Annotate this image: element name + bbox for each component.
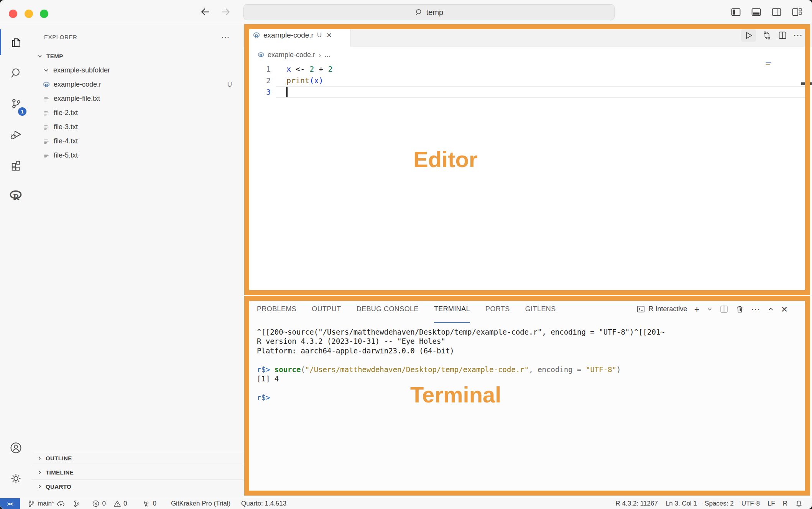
status-git-branch[interactable]: main* xyxy=(24,498,69,509)
code-editor[interactable]: 1x <- 2 + 22print(x)3 xyxy=(243,63,812,295)
activity-settings[interactable] xyxy=(0,463,31,494)
activity-explorer[interactable] xyxy=(0,27,31,57)
activity-source-control[interactable]: 1 xyxy=(0,88,31,119)
new-terminal-icon[interactable]: + xyxy=(694,307,700,311)
chevron-right-icon xyxy=(37,484,43,489)
tab-modified-badge: U xyxy=(317,31,322,39)
panel-tab-ports[interactable]: PORTS xyxy=(485,295,510,323)
forward-arrow-icon[interactable] xyxy=(220,6,232,18)
run-button[interactable] xyxy=(741,29,756,42)
close-icon[interactable]: × xyxy=(327,30,332,40)
status-ports[interactable]: 0 xyxy=(138,498,160,509)
status-errors[interactable]: 0 xyxy=(88,498,109,509)
txt-file-icon xyxy=(43,95,50,102)
split-terminal-icon[interactable] xyxy=(720,305,728,314)
file-file-3.txt[interactable]: file-3.txt xyxy=(31,120,243,134)
status-commit-graph[interactable] xyxy=(69,498,88,509)
activity-search[interactable] xyxy=(0,57,31,88)
more-icon[interactable]: ⋯ xyxy=(751,307,760,311)
panel-tab-terminal[interactable]: TERMINAL xyxy=(434,295,470,323)
tab-label: example-code.r xyxy=(263,31,314,39)
breadcrumb-more[interactable]: ... xyxy=(324,51,330,59)
txt-file-icon xyxy=(43,138,50,145)
traffic-light-close[interactable] xyxy=(9,10,17,18)
svg-text:R: R xyxy=(13,192,20,202)
file-file-2.txt[interactable]: file-2.txt xyxy=(31,106,243,120)
cloud-upload-icon xyxy=(56,499,65,508)
file-file-4.txt[interactable]: file-4.txt xyxy=(31,134,243,148)
status-label: R 4.3.2: 11267 xyxy=(616,500,658,507)
file-example-code.r[interactable]: Rexample-code.rU xyxy=(31,77,243,92)
status-indentation[interactable]: Spaces: 2 xyxy=(701,498,738,509)
status-gitkraken[interactable]: GitKraken Pro (Trial) xyxy=(167,498,234,509)
close-panel-icon[interactable]: × xyxy=(781,303,787,315)
terminal-picker-icon[interactable] xyxy=(707,306,713,312)
activity-bar: 1R xyxy=(0,24,32,498)
toggle-primary-sidebar-icon[interactable] xyxy=(731,7,741,17)
vscode-window: temp 1R EXPLORER ⋯ TEMPexample-subfolder… xyxy=(0,0,812,509)
status-label: GitKraken Pro (Trial) xyxy=(171,500,230,507)
tree-root-temp[interactable]: TEMP xyxy=(31,49,243,63)
compare-changes-button[interactable] xyxy=(762,31,772,40)
section-quarto[interactable]: QUARTO xyxy=(31,479,243,493)
titlebar: temp xyxy=(0,0,812,24)
split-editor-button[interactable] xyxy=(778,31,787,40)
tab-example-code-r[interactable]: R example-code.r U × xyxy=(248,24,351,47)
toggle-panel-icon[interactable] xyxy=(751,7,761,17)
status-warnings[interactable]: 0 xyxy=(110,498,131,509)
code-text: x <- 2 + 2 xyxy=(286,64,332,74)
section-label: OUTLINE xyxy=(46,455,72,461)
section-outline[interactable]: OUTLINE xyxy=(31,451,243,465)
panel-tab-problems[interactable]: PROBLEMS xyxy=(257,295,296,323)
code-line[interactable]: 3 xyxy=(243,86,812,98)
explorer-more-actions-icon[interactable]: ⋯ xyxy=(221,35,230,39)
file-example-subfolder[interactable]: example-subfolder xyxy=(31,63,243,77)
back-arrow-icon[interactable] xyxy=(199,6,211,18)
panel-tab-output[interactable]: OUTPUT xyxy=(312,295,341,323)
file-label: file-4.txt xyxy=(54,137,78,145)
traffic-light-zoom[interactable] xyxy=(40,10,48,18)
customize-layout-icon[interactable] xyxy=(792,7,802,17)
breadcrumb[interactable]: R example-code.r › ... xyxy=(243,47,812,63)
kill-terminal-icon[interactable] xyxy=(735,305,744,314)
terminal-profile[interactable]: R Interactive xyxy=(636,305,687,314)
error-icon xyxy=(92,500,100,507)
file-file-5.txt[interactable]: file-5.txt xyxy=(31,148,243,163)
traffic-light-minimize[interactable] xyxy=(25,10,33,18)
status-eol[interactable]: LF xyxy=(764,498,779,509)
status-label: main* xyxy=(38,500,54,507)
activity-extensions[interactable] xyxy=(0,149,31,180)
status-bar: ><main*000GitKraken Pro (Trial)Quarto: 1… xyxy=(0,498,812,509)
debug-icon xyxy=(10,128,22,141)
workbench: 1R EXPLORER ⋯ TEMPexample-subfolderRexam… xyxy=(0,24,812,498)
file-label: example-file.txt xyxy=(54,95,100,103)
activity-accounts[interactable] xyxy=(0,432,31,463)
terminal-line: R version 4.3.2 (2023-10-31) -- "Eye Hol… xyxy=(257,337,797,346)
code-line[interactable]: 2print(x) xyxy=(243,75,812,86)
status-language-mode[interactable]: R xyxy=(779,498,791,509)
panel-tab-gitlens[interactable]: GITLENS xyxy=(525,295,556,323)
status-remote-indicator[interactable]: >< xyxy=(0,498,20,509)
status-cursor-position[interactable]: Ln 3, Col 1 xyxy=(662,498,701,509)
status-notifications[interactable] xyxy=(791,498,807,509)
maximize-panel-icon[interactable] xyxy=(767,305,774,313)
activity-r[interactable]: R xyxy=(0,180,31,211)
minimap[interactable] xyxy=(766,62,771,66)
activity-run-debug[interactable] xyxy=(0,119,31,149)
panel-tab-label: DEBUG CONSOLE xyxy=(357,305,419,313)
file-example-file.txt[interactable]: example-file.txt xyxy=(31,92,243,106)
status-encoding[interactable]: UTF-8 xyxy=(738,498,764,509)
code-line[interactable]: 1x <- 2 + 2 xyxy=(243,63,812,75)
terminal-line xyxy=(257,355,797,365)
breadcrumb-file[interactable]: example-code.r xyxy=(268,51,315,59)
terminal-output[interactable]: ^[[200~source("/Users/matthewdehaven/Des… xyxy=(257,327,797,402)
r-lang-icon: R xyxy=(9,189,23,202)
terminal-line: Platform: aarch64-apple-darwin23.0.0 (64… xyxy=(257,346,797,355)
section-timeline[interactable]: TIMELINE xyxy=(31,465,243,479)
command-center-search[interactable]: temp xyxy=(243,4,615,20)
toggle-secondary-sidebar-icon[interactable] xyxy=(771,7,782,17)
status-quarto[interactable]: Quarto: 1.4.513 xyxy=(237,498,290,509)
status-r-version[interactable]: R 4.3.2: 11267 xyxy=(612,498,662,509)
more-actions-icon[interactable]: ⋯ xyxy=(793,34,803,37)
panel-tab-debug-console[interactable]: DEBUG CONSOLE xyxy=(357,295,419,323)
